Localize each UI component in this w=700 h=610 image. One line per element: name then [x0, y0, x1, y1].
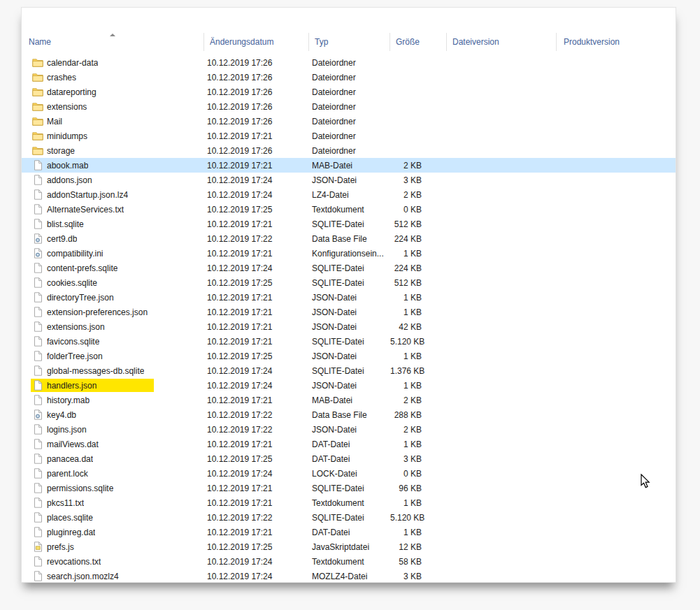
file-type: SQLITE-Datei — [309, 366, 390, 376]
file-row[interactable]: parent.lock 10.12.2019 17:24 LOCK-Datei … — [22, 466, 676, 481]
screenshot-background: Name Änderungsdatum Typ Größe Dateiversi… — [0, 0, 700, 610]
file-row[interactable]: panacea.dat 10.12.2019 17:25 DAT-Datei 3… — [22, 451, 676, 466]
file-row[interactable]: favicons.sqlite 10.12.2019 17:21 SQLITE-… — [22, 334, 676, 349]
file-row[interactable]: calendar-data 10.12.2019 17:26 Dateiordn… — [22, 55, 676, 70]
file-name-cell: compatibility.ini — [22, 247, 204, 260]
file-icon — [32, 351, 43, 361]
file-name: pkcs11.txt — [47, 498, 84, 508]
file-name: global-messages-db.sqlite — [47, 366, 144, 376]
file-name-wrap: extension-preferences.json — [31, 305, 149, 319]
file-icon — [32, 292, 43, 303]
file-name-wrap: extensions.json — [31, 320, 106, 333]
file-modified-date: 10.12.2019 17:21 — [204, 484, 309, 493]
file-name-wrap: directoryTree.json — [31, 291, 115, 304]
file-name-wrap: datareporting — [31, 85, 98, 99]
file-row[interactable]: mailViews.dat 10.12.2019 17:21 DAT-Datei… — [22, 437, 676, 451]
file-row[interactable]: crashes 10.12.2019 17:26 Dateiordner — [22, 70, 676, 85]
column-header-name[interactable]: Name — [22, 33, 204, 51]
file-row[interactable]: addons.json 10.12.2019 17:24 JSON-Datei … — [22, 173, 676, 187]
column-header-label: Typ — [315, 37, 328, 47]
file-row[interactable]: cert9.db 10.12.2019 17:22 Data Base File… — [22, 231, 676, 246]
file-modified-date: 10.12.2019 17:26 — [204, 58, 309, 68]
file-name-cell: cookies.sqlite — [22, 276, 204, 289]
file-modified-date: 10.12.2019 17:25 — [204, 454, 309, 464]
file-row[interactable]: permissions.sqlite 10.12.2019 17:21 SQLI… — [22, 481, 676, 495]
file-size: 512 KB — [390, 278, 447, 288]
file-row[interactable]: pkcs11.txt 10.12.2019 17:21 Textdokument… — [22, 495, 676, 510]
file-row[interactable]: extensions.json 10.12.2019 17:21 JSON-Da… — [22, 319, 676, 334]
file-name-cell: abook.mab — [22, 159, 204, 172]
column-header-size[interactable]: Größe — [390, 33, 447, 51]
file-name: key4.db — [47, 410, 76, 420]
file-icon — [32, 175, 43, 185]
file-size: 1 KB — [390, 351, 447, 361]
file-name: parent.lock — [47, 469, 88, 479]
file-icon — [32, 365, 43, 376]
file-row[interactable]: content-prefs.sqlite 10.12.2019 17:24 SQ… — [22, 261, 676, 275]
file-size: 1 KB — [390, 440, 447, 449]
file-row[interactable]: folderTree.json 10.12.2019 17:25 JSON-Da… — [22, 349, 676, 363]
file-name-cell: storage — [22, 144, 204, 157]
file-size: 1 KB — [390, 528, 447, 537]
file-row[interactable]: storage 10.12.2019 17:26 Dateiordner — [22, 143, 676, 158]
column-header-product-version[interactable]: Produktversion — [557, 33, 676, 51]
file-row[interactable]: Mail 10.12.2019 17:26 Dateiordner — [22, 114, 676, 129]
file-row[interactable]: handlers.json 10.12.2019 17:24 JSON-Date… — [22, 378, 676, 393]
file-size: 1 KB — [390, 249, 447, 259]
file-row[interactable]: compatibility.ini 10.12.2019 17:21 Konfi… — [22, 246, 676, 261]
file-row[interactable]: cookies.sqlite 10.12.2019 17:25 SQLITE-D… — [22, 275, 676, 290]
file-row[interactable]: search.json.mozlz4 10.12.2019 17:24 MOZL… — [22, 569, 676, 583]
file-row[interactable]: revocations.txt 10.12.2019 17:24 Textdok… — [22, 554, 676, 569]
file-row[interactable]: addonStartup.json.lz4 10.12.2019 17:24 L… — [22, 187, 676, 202]
file-row[interactable]: AlternateServices.txt 10.12.2019 17:25 T… — [22, 202, 676, 217]
file-script-icon — [32, 542, 43, 552]
file-icon — [32, 571, 43, 581]
column-header-type[interactable]: Typ — [309, 33, 390, 51]
file-row[interactable]: key4.db 10.12.2019 17:22 Data Base File … — [22, 407, 676, 422]
file-type: LZ4-Datei — [309, 190, 390, 200]
file-row[interactable]: pluginreg.dat 10.12.2019 17:21 DAT-Datei… — [22, 525, 676, 539]
file-row[interactable]: blist.sqlite 10.12.2019 17:21 SQLITE-Dat… — [22, 217, 676, 231]
column-header-modified-date[interactable]: Änderungsdatum — [204, 33, 309, 51]
file-icon — [32, 204, 43, 215]
file-name-cell: content-prefs.sqlite — [22, 261, 204, 275]
file-name-cell: pkcs11.txt — [22, 496, 204, 509]
file-row[interactable]: global-messages-db.sqlite 10.12.2019 17:… — [22, 363, 676, 378]
file-modified-date: 10.12.2019 17:21 — [204, 498, 309, 508]
file-name: logins.json — [47, 425, 87, 435]
file-icon — [32, 453, 43, 464]
file-modified-date: 10.12.2019 17:25 — [204, 205, 309, 215]
file-name-wrap: crashes — [31, 71, 78, 84]
file-row[interactable]: minidumps 10.12.2019 17:21 Dateiordner — [22, 129, 676, 143]
file-row[interactable]: logins.json 10.12.2019 17:22 JSON-Datei … — [22, 422, 676, 437]
file-row[interactable]: datareporting 10.12.2019 17:26 Dateiordn… — [22, 85, 676, 99]
file-row[interactable]: abook.mab 10.12.2019 17:21 MAB-Datei 2 K… — [22, 158, 676, 173]
file-name-wrap: folderTree.json — [31, 349, 104, 363]
file-name-wrap: places.sqlite — [31, 511, 94, 524]
column-header-row: Name Änderungsdatum Typ Größe Dateiversi… — [22, 33, 676, 51]
mouse-cursor-icon — [641, 474, 652, 489]
file-name-wrap: global-messages-db.sqlite — [31, 364, 145, 377]
column-header-file-version[interactable]: Dateiversion — [447, 33, 557, 51]
file-row[interactable]: places.sqlite 10.12.2019 17:22 SQLITE-Da… — [22, 510, 676, 525]
file-name-wrap: handlers.json — [31, 379, 154, 392]
file-row[interactable]: history.mab 10.12.2019 17:21 MAB-Datei 2… — [22, 393, 676, 407]
file-row[interactable]: directoryTree.json 10.12.2019 17:21 JSON… — [22, 290, 676, 305]
column-header-label: Änderungsdatum — [210, 37, 273, 47]
file-name: addons.json — [47, 175, 92, 185]
file-name: directoryTree.json — [47, 293, 114, 303]
file-row[interactable]: extension-preferences.json 10.12.2019 17… — [22, 305, 676, 319]
file-name-wrap: parent.lock — [31, 467, 90, 480]
file-modified-date: 10.12.2019 17:24 — [204, 175, 309, 185]
file-name: search.json.mozlz4 — [47, 572, 119, 581]
column-header-label: Größe — [396, 37, 420, 47]
file-size: 3 KB — [390, 572, 447, 581]
file-name-wrap: prefs.js — [31, 540, 76, 553]
file-type: SQLITE-Datei — [309, 219, 390, 229]
file-row[interactable]: prefs.js 10.12.2019 17:25 JavaSkriptdate… — [22, 539, 676, 554]
file-name-cell: history.mab — [22, 393, 204, 407]
file-size: 1 KB — [390, 498, 447, 508]
file-modified-date: 10.12.2019 17:21 — [204, 131, 309, 141]
file-modified-date: 10.12.2019 17:26 — [204, 102, 309, 112]
file-row[interactable]: extensions 10.12.2019 17:26 Dateiordner — [22, 99, 676, 114]
